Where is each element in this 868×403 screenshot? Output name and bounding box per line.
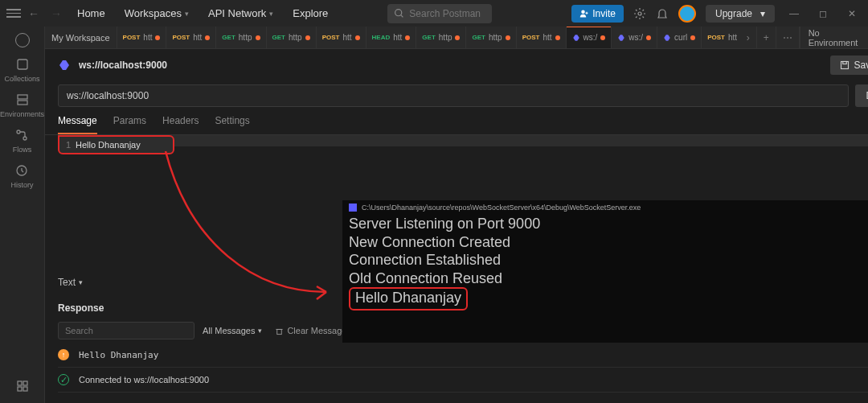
tab-settings[interactable]: Settings — [215, 115, 249, 134]
sidebar-environments[interactable]: Environments — [0, 93, 44, 118]
url-input[interactable]: ws://localhost:9000 — [58, 84, 849, 107]
method-badge: GET — [222, 34, 235, 41]
terminal-line: Old Connection Reused — [349, 270, 502, 286]
exe-icon — [349, 204, 357, 212]
unsaved-dot-icon — [155, 35, 160, 40]
sidebar-user[interactable] — [15, 33, 30, 47]
nav-api-network[interactable]: API Network▾ — [200, 0, 281, 27]
request-tab[interactable]: curl — [657, 27, 702, 48]
message-editor[interactable]: 1 Hello Dhananjay — [58, 135, 174, 154]
back-button[interactable]: ← — [24, 4, 43, 23]
method-badge: POST — [322, 34, 340, 41]
response-search[interactable] — [58, 322, 194, 339]
svg-point-2 — [582, 10, 586, 14]
terminal-line-highlighted: Hello Dhananjay — [349, 287, 468, 310]
check-icon: ✓ — [58, 374, 69, 385]
message-text[interactable]: Hello Dhananjay — [76, 138, 141, 151]
minimize-button[interactable]: — — [784, 4, 804, 23]
svg-rect-6 — [18, 101, 27, 105]
request-tab[interactable]: GEThttp — [466, 27, 516, 48]
line-number: 1 — [59, 138, 76, 151]
method-badge: GET — [472, 34, 485, 41]
request-tab[interactable]: ws:/ — [612, 27, 657, 48]
request-tab[interactable]: GEThttp — [416, 27, 466, 48]
tabs-scroll-right[interactable]: › — [740, 27, 757, 48]
message-list: ↑Hello Dhananjay00:43:13▾✓Connected to w… — [45, 343, 868, 393]
tab-message[interactable]: Message — [58, 115, 97, 134]
sidebar-flows[interactable]: Flows — [13, 128, 32, 154]
request-tab[interactable]: GEThttp — [216, 27, 266, 48]
unsaved-dot-icon — [355, 35, 360, 40]
request-tab[interactable]: GEThttp — [267, 27, 317, 48]
svg-rect-12 — [18, 387, 22, 391]
sidebar-history[interactable]: History — [10, 163, 33, 189]
upgrade-button[interactable]: Upgrade▾ — [706, 5, 775, 23]
search-input[interactable] — [409, 8, 481, 19]
method-badge: HEAD — [372, 34, 391, 41]
environment-selector[interactable]: No Environment▾ — [800, 27, 868, 48]
all-messages-filter[interactable]: All Messages▾ — [203, 326, 262, 335]
svg-rect-4 — [18, 60, 27, 69]
request-tab[interactable]: POSThtt — [517, 27, 567, 48]
sidebar-collections[interactable]: Collections — [4, 57, 39, 83]
chevron-down-icon: ▾ — [760, 8, 765, 19]
unsaved-dot-icon — [205, 35, 210, 40]
environments-icon — [15, 93, 30, 107]
nav-workspaces[interactable]: Workspaces▾ — [117, 0, 197, 27]
nav-explore[interactable]: Explore — [285, 0, 336, 27]
svg-rect-20 — [277, 329, 282, 334]
gear-icon[interactable] — [633, 7, 646, 20]
avatar[interactable] — [678, 5, 696, 23]
websocket-icon — [58, 59, 71, 72]
tab-label: htt — [143, 33, 152, 42]
new-tab-button[interactable]: + — [757, 27, 776, 48]
websocket-icon — [572, 34, 580, 42]
request-subtabs: Message Params Headers Settings ︿ — [45, 110, 868, 135]
method-badge: GET — [422, 34, 435, 41]
request-tab[interactable]: POSThtt — [117, 27, 167, 48]
method-badge: POST — [172, 34, 190, 41]
tab-headers[interactable]: Headers — [162, 115, 199, 134]
disconnect-button[interactable]: Disconnect — [855, 84, 868, 107]
tab-options[interactable]: ⋯ — [776, 27, 800, 48]
svg-rect-10 — [18, 381, 22, 385]
nav-home[interactable]: Home — [69, 0, 113, 27]
tab-label: htt — [542, 33, 551, 42]
method-badge: POST — [707, 34, 725, 41]
body-type-toggle[interactable]: Text▾ — [58, 277, 83, 288]
maximize-button[interactable]: ◻ — [813, 4, 833, 23]
request-tab[interactable]: POSThtt — [702, 27, 739, 48]
forward-button[interactable]: → — [47, 4, 66, 23]
svg-rect-13 — [23, 387, 27, 391]
search-box[interactable] — [387, 4, 492, 23]
unsaved-dot-icon — [600, 35, 605, 40]
tab-label: htt — [728, 33, 737, 42]
user-plus-icon — [579, 9, 589, 19]
trash-icon — [275, 327, 284, 335]
grid-icon — [15, 379, 30, 393]
svg-point-8 — [23, 137, 27, 140]
request-tab[interactable]: POSThtt — [166, 27, 216, 48]
message-row[interactable]: ✓Connected to ws://localhost:900000:43:0… — [58, 368, 868, 393]
close-button[interactable]: ✕ — [842, 4, 862, 23]
message-row[interactable]: ↑Hello Dhananjay00:43:13▾ — [58, 343, 868, 368]
unsaved-dot-icon — [455, 35, 460, 40]
tab-params[interactable]: Params — [113, 115, 146, 134]
invite-button[interactable]: Invite — [571, 5, 624, 23]
request-tab[interactable]: POSThtt — [317, 27, 366, 48]
clear-messages[interactable]: Clear Messages — [275, 326, 350, 335]
tab-label: http — [439, 33, 452, 42]
request-tab[interactable]: HEADhtt — [366, 27, 417, 48]
menu-icon[interactable] — [6, 9, 21, 18]
request-tab[interactable]: ws:/ — [567, 27, 612, 48]
websocket-icon — [617, 34, 625, 42]
terminal-line: Server Listening on Port 9000 — [349, 216, 540, 232]
unsaved-dot-icon — [506, 35, 510, 40]
workspace-label[interactable]: My Workspace — [45, 27, 117, 48]
websocket-icon — [663, 34, 671, 42]
sidebar-apps[interactable] — [15, 379, 30, 393]
save-button[interactable]: Save — [830, 56, 868, 75]
flows-icon — [14, 128, 29, 142]
bell-icon[interactable] — [656, 7, 669, 20]
svg-rect-15 — [841, 62, 848, 69]
